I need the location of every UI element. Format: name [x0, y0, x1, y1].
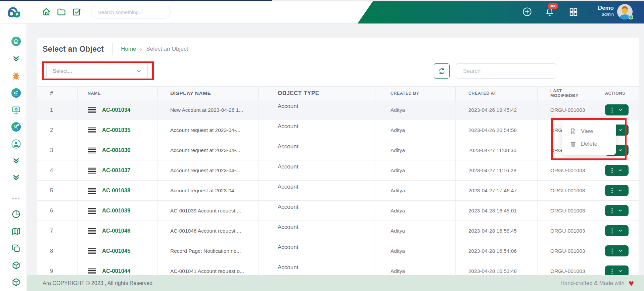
support-desk-icon[interactable] — [11, 88, 21, 98]
table-row[interactable]: 2 AC-001035 Account request at 2023-04-.… — [37, 120, 639, 140]
pie-chart-icon[interactable] — [11, 209, 21, 219]
cell-created-at: 2023-04-26 19:45:42 — [456, 100, 538, 120]
row-actions-button[interactable] — [605, 185, 629, 196]
double-chevron-down-icon-3[interactable] — [11, 173, 21, 183]
menu-item-view-label: View — [581, 128, 593, 135]
record-link[interactable]: AC-001038 — [102, 187, 130, 194]
select-placeholder: Select... — [53, 68, 136, 74]
avatar[interactable] — [617, 4, 633, 19]
row-actions-button[interactable] — [605, 165, 629, 176]
user-menu[interactable]: Demo admin — [580, 4, 614, 17]
hamburger-icon — [88, 127, 96, 133]
table-row[interactable]: 7 AC-001046 AC-001046 Account request ..… — [37, 221, 639, 241]
cell-created-by: Aditya — [375, 160, 456, 180]
user-role: admin — [580, 12, 614, 17]
cell-display-name: Account request at 2023-04-... — [158, 120, 259, 140]
table-row[interactable]: 8 AC-001045 Record Page: Notification no… — [37, 241, 639, 261]
col-header-object-type[interactable]: OBJECT TYPE — [259, 87, 375, 100]
table-row[interactable]: 6 AC-001039 AC-001039 Account request ..… — [37, 201, 639, 221]
row-actions-button[interactable] — [605, 225, 629, 236]
cell-name: AC-001045 — [78, 241, 158, 261]
col-header-display-name[interactable]: DISPLAY NAME — [158, 87, 259, 100]
col-header-created-at[interactable]: CREATED AT — [456, 87, 538, 100]
row-actions-button[interactable] — [605, 104, 629, 115]
bug-icon[interactable] — [11, 71, 21, 81]
col-header-name[interactable]: NAME — [78, 87, 158, 100]
col-header-last-modified[interactable]: LAST MODIFIEDBY — [538, 87, 596, 100]
cell-name: AC-001038 — [78, 181, 158, 200]
cube-icon-2[interactable] — [11, 277, 21, 287]
record-link[interactable]: AC-001037 — [102, 167, 130, 174]
double-chevron-down-icon[interactable] — [11, 54, 21, 64]
table-row[interactable]: 5 AC-001038 Account request at 2023-04-.… — [37, 181, 639, 201]
cell-created-at: 2023-04-27 11:08:30 — [456, 140, 538, 160]
vertical-dots-icon — [611, 107, 613, 113]
table-body: 1 AC-001034 New Account at 2023-04-26 1.… — [37, 100, 639, 281]
main-content: Select an Object Home › Select an Object… — [27, 23, 644, 291]
row-actions-button[interactable] — [605, 245, 629, 256]
cube-icon[interactable] — [11, 260, 21, 271]
vertical-dots-icon — [611, 269, 613, 274]
cell-object-type: Account — [259, 140, 375, 160]
global-search-input[interactable] — [91, 6, 171, 18]
record-link[interactable]: AC-001034 — [102, 107, 130, 113]
profile-icon[interactable] — [11, 139, 21, 149]
table-search-input[interactable] — [456, 63, 556, 79]
breadcrumb-home-link[interactable]: Home — [121, 46, 136, 52]
record-link[interactable]: AC-001035 — [102, 127, 130, 133]
folder-icon[interactable] — [57, 7, 66, 16]
refresh-button[interactable] — [434, 63, 450, 79]
table-header-row: # NAME DISPLAY NAME OBJECT TYPE CREATED … — [37, 87, 639, 100]
map-icon[interactable] — [11, 226, 21, 236]
notification-count-badge: 300 — [548, 3, 558, 9]
record-link[interactable]: AC-001046 — [102, 228, 130, 234]
record-link[interactable]: AC-001036 — [102, 147, 130, 153]
cell-display-name: Account request at 2023-04-... — [158, 140, 259, 160]
menu-item-delete-label: Delete — [581, 141, 597, 147]
cell-created-at: 2023-04-28 16:54:06 — [456, 241, 538, 261]
monitor-settings-icon[interactable] — [11, 105, 21, 115]
table-row[interactable]: 4 AC-001037 Account request at 2023-04-.… — [37, 160, 639, 181]
cell-object-type: Account — [259, 181, 375, 200]
hamburger-icon — [88, 188, 96, 194]
table-row[interactable]: 1 AC-001034 New Account at 2023-04-26 1.… — [37, 100, 639, 120]
cell-last-modified: ORGU-001003 — [538, 201, 596, 221]
table-row[interactable]: 3 AC-001036 Account request at 2023-04-.… — [37, 140, 639, 160]
cell-created-by: Aditya — [375, 181, 456, 200]
col-header-index[interactable]: # — [37, 87, 78, 100]
menu-item-view[interactable]: View — [562, 125, 616, 138]
col-header-actions: ACTIONS — [596, 87, 639, 100]
cell-name: AC-001034 — [78, 100, 158, 120]
record-link[interactable]: AC-001044 — [102, 268, 130, 274]
home-icon[interactable] — [42, 7, 51, 16]
add-new-icon[interactable] — [522, 7, 532, 17]
made-with-label: Hand-crafted & Made with — [560, 280, 625, 286]
col-header-created-by[interactable]: CREATED BY — [375, 87, 456, 100]
cell-display-name: AC-001039 Account request ... — [158, 201, 259, 221]
refresh-icon — [438, 67, 446, 75]
record-link[interactable]: AC-001045 — [102, 248, 130, 254]
check-square-icon[interactable] — [72, 7, 81, 16]
cell-name: AC-001036 — [78, 140, 158, 160]
chevron-down-icon — [618, 128, 623, 132]
page-header: Select an Object Home › Select an Object — [43, 42, 188, 56]
app-root: 300 Demo admin — [0, 0, 644, 291]
copy-icon[interactable] — [11, 243, 21, 253]
add-user-icon[interactable] — [11, 122, 21, 132]
record-link[interactable]: AC-001039 — [102, 207, 130, 214]
object-select-dropdown[interactable]: Select... — [46, 64, 148, 78]
row-actions-button[interactable] — [605, 205, 629, 216]
cell-created-by: Aditya — [375, 201, 456, 221]
home-circle-icon[interactable] — [11, 36, 21, 46]
double-chevron-down-icon-2[interactable] — [11, 156, 21, 166]
menu-item-delete[interactable]: Delete — [562, 138, 616, 150]
apps-grid-icon[interactable] — [569, 7, 578, 17]
more-dots-icon[interactable]: ••• — [11, 193, 21, 203]
cell-last-modified: ORGU-001003 — [538, 100, 596, 120]
cell-index: 4 — [37, 160, 78, 180]
app-logo-icon[interactable] — [5, 5, 24, 19]
cell-name: AC-001046 — [78, 221, 158, 241]
user-name: Demo — [580, 4, 614, 12]
row-actions-menu: View Delete — [562, 120, 616, 155]
cell-index: 8 — [37, 241, 78, 261]
